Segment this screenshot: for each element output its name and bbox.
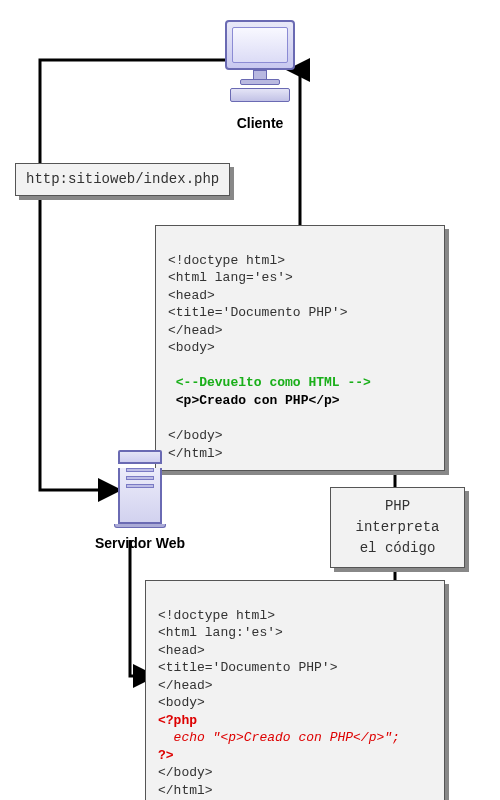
response-html-box: <!doctype html> <html lang='es'> <head> … xyxy=(155,225,445,471)
interpret-box: PHP interpreta el código xyxy=(330,487,465,568)
php-close-tag: ?> xyxy=(158,748,174,763)
url-text: http:sitioweb/index.php xyxy=(26,171,219,187)
php-echo-line: echo "<p>Creado con PHP</p>"; xyxy=(158,730,400,745)
html-output-line: <p>Creado con PHP</p> xyxy=(176,393,340,408)
client-label: Cliente xyxy=(210,115,310,131)
client-computer-icon xyxy=(220,20,300,102)
url-box: http:sitioweb/index.php xyxy=(15,163,230,196)
html-comment: <--Devuelto como HTML --> xyxy=(176,375,371,390)
server-label: Servidor Web xyxy=(75,535,205,551)
source-code-box: <!doctype html> <html lang:'es'> <head> … xyxy=(145,580,445,800)
php-open-tag: <?php xyxy=(158,713,197,728)
server-icon xyxy=(110,450,170,528)
